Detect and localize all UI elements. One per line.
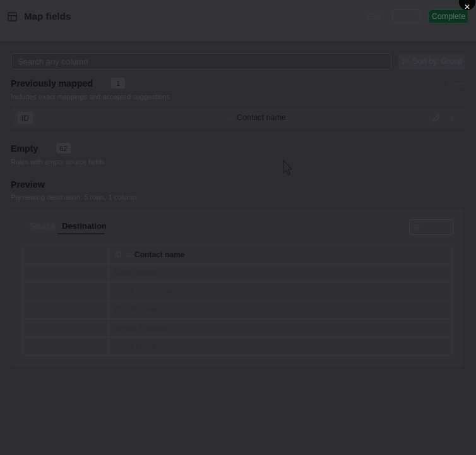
page-title: Map fields: [24, 11, 71, 21]
pencil-icon: [432, 114, 441, 123]
row-number-header-cell: [23, 246, 109, 264]
edit-mapping-button[interactable]: [429, 111, 443, 125]
mapping-destination-field: Contact name: [237, 113, 286, 122]
previously-mapped-header[interactable]: Previously mapped 1: [11, 78, 125, 88]
sliders-icon: [413, 223, 421, 231]
preview-heading: Preview: [11, 179, 45, 190]
previously-mapped-title: Previously mapped: [11, 78, 93, 88]
header-source-label: ID: [114, 250, 122, 259]
previously-mapped-count-badge: 1: [111, 78, 125, 88]
display-button[interactable]: Display: [409, 219, 453, 235]
mapping-source-field: ID: [18, 112, 33, 124]
empty-section-title: Empty: [11, 143, 38, 154]
complete-button[interactable]: Complete: [429, 9, 468, 23]
empty-section-count-badge: 62: [56, 143, 70, 154]
row-number-cell: [23, 282, 109, 300]
column-header-cell: ID → Contact name: [109, 246, 451, 264]
contact-name-cell: Jimmi Hendrix: [109, 337, 451, 355]
sort-icon: [401, 58, 409, 66]
active-tab-underline: [57, 233, 105, 234]
contact-name-cell: Aretha Franklin: [109, 319, 451, 337]
sort-by-button[interactable]: Sort by: Group: [398, 53, 465, 70]
display-label: Display: [425, 223, 449, 232]
header-destination-label: Contact name: [134, 250, 184, 259]
tab-destination[interactable]: Destination: [61, 221, 108, 231]
kebab-menu-icon[interactable]: ⋮: [445, 111, 459, 125]
empty-section-subtitle: Rules with empty source fields: [11, 158, 105, 166]
header-arrow-icon: →: [124, 250, 132, 259]
row-number-cell: [23, 264, 109, 282]
mapping-row: ID → Contact name ⋮: [11, 107, 465, 128]
map-fields-screen: Map fields Exit Back Complete ✕ Sort by:…: [0, 0, 476, 455]
arrow-right-icon: →: [224, 112, 232, 122]
row-number-cell: [23, 301, 109, 318]
preview-table: ID → Contact name David Bowie Tessa Thom…: [23, 245, 452, 356]
tab-source[interactable]: Source: [28, 221, 56, 231]
app-bar: Map fields Exit Back Complete: [0, 0, 476, 41]
table-row: Tessa Thompson: [23, 282, 451, 301]
chevron-down-icon: [98, 80, 105, 87]
table-row: Jimmi Hendrix: [23, 337, 451, 356]
chevron-right-icon: [44, 145, 51, 152]
exit-button[interactable]: Exit: [364, 10, 384, 23]
back-button[interactable]: Back: [392, 9, 420, 23]
table-row: Aretha Franklin: [23, 319, 451, 337]
preview-subtitle: Previewing destination: 5 rows, 1 column…: [11, 193, 138, 201]
contact-name-cell: David Bowie: [109, 264, 451, 282]
sort-by-label: Sort by: Group: [413, 57, 462, 66]
empty-section-header[interactable]: Empty 62: [11, 143, 71, 154]
preview-title: Preview: [11, 179, 45, 190]
table-header-row: ID → Contact name: [23, 246, 451, 264]
previously-mapped-subtitle: Includes exact mappings and accepted sug…: [11, 93, 170, 100]
contact-name-cell: Tessa Thompson: [109, 282, 451, 300]
search-input[interactable]: [11, 53, 391, 70]
preview-card: Source Destination Display ID → Contact …: [11, 209, 463, 367]
table-icon: [8, 12, 17, 21]
mouse-cursor: [282, 159, 293, 177]
contact-name-cell: Alan Rickman: [109, 301, 451, 318]
table-row: David Bowie: [23, 264, 451, 282]
row-number-cell: [23, 337, 109, 355]
clear-button[interactable]: Clear: [447, 80, 465, 88]
row-number-cell: [23, 319, 109, 337]
table-row: Alan Rickman: [23, 301, 451, 319]
